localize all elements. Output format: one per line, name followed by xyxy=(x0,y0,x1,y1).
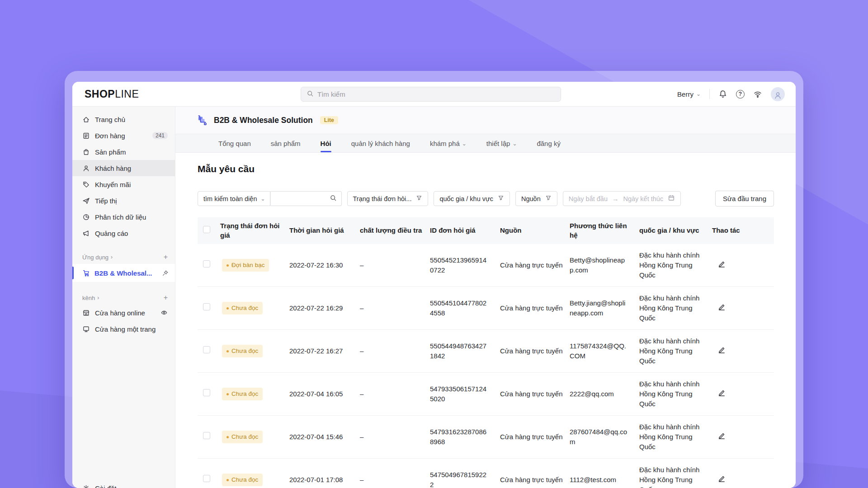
app-body: Trang chủ Đơn hàng 241 Sản phẩm xyxy=(72,107,796,488)
cell-quality: – xyxy=(360,389,430,399)
edit-icon[interactable] xyxy=(717,432,726,440)
table-row: Chưa đọc 2022-07-22 16:29 – 550545104477… xyxy=(198,287,774,330)
tab[interactable]: đăng ký ⌄ xyxy=(537,140,561,152)
global-search-input[interactable] xyxy=(317,90,555,98)
sidebar-item[interactable]: Phân tích dữ liệu xyxy=(72,209,175,225)
sidebar-item[interactable]: Đơn hàng 241 xyxy=(72,127,175,144)
status-badge: Chưa đọc xyxy=(222,474,263,486)
notifications-bell-icon[interactable] xyxy=(718,89,727,99)
tab[interactable]: khám phá ⌄ xyxy=(430,140,467,152)
sidebar-item[interactable]: Tiếp thị xyxy=(72,192,175,209)
date-start-placeholder: Ngày bắt đầu xyxy=(569,195,608,202)
cell-region: Đặc khu hành chính Hồng Kông Trung Quốc xyxy=(639,422,712,451)
cell-id: 5479335061571245020 xyxy=(430,384,500,404)
user-menu[interactable]: Berry ⌄ xyxy=(677,90,701,98)
sidebar-item-settings[interactable]: Cài đặt xyxy=(72,480,175,488)
row-checkbox-cell xyxy=(198,260,220,270)
cell-contact: Betty.jiang@shoplineapp.com xyxy=(570,298,639,318)
lite-badge: Lite xyxy=(320,116,338,124)
source-filter-label: Nguồn xyxy=(521,195,541,202)
cell-region: Đặc khu hành chính Hồng Kông Trung Quốc xyxy=(639,465,712,488)
app-title: B2B & Wholesale Solution xyxy=(214,116,313,125)
cell-quality: – xyxy=(360,303,430,313)
row-checkbox[interactable] xyxy=(203,389,210,396)
row-checkbox[interactable] xyxy=(203,432,210,439)
sidebar-item-channel[interactable]: Cửa hàng một trang xyxy=(72,321,175,337)
pin-icon[interactable] xyxy=(162,270,169,277)
sidebar-item-label: Tiếp thị xyxy=(95,197,117,205)
cell-time: 2022-07-04 16:05 xyxy=(289,389,360,399)
sidebar-item[interactable]: Quảng cáo xyxy=(72,225,175,241)
sidebar-item[interactable]: Trang chủ xyxy=(72,111,175,127)
tab[interactable]: thiết lập ⌄ xyxy=(486,140,517,152)
select-all-checkbox[interactable] xyxy=(203,226,210,233)
cell-source: Cửa hàng trực tuyến xyxy=(500,260,570,270)
row-checkbox[interactable] xyxy=(203,303,210,310)
status-filter-label: Trạng thái đơn hỏi... xyxy=(353,195,412,202)
tab-label: khám phá xyxy=(430,140,460,147)
status-dot xyxy=(226,436,229,438)
cell-quality: – xyxy=(360,260,430,270)
tab[interactable]: quản lý khách hàng ⌄ xyxy=(351,140,410,152)
sidebar-item[interactable]: Khuyến mãi xyxy=(72,176,175,192)
sidebar-item-label: Cài đặt xyxy=(95,484,117,488)
sidebar-item-label: Khách hàng xyxy=(95,164,131,172)
cell-time: 2022-07-22 16:29 xyxy=(289,303,360,313)
cell-id: 5479316232870868968 xyxy=(430,427,500,447)
sidebar-item-channel[interactable]: Cửa hàng online xyxy=(72,305,175,321)
region-filter-label: quốc gia / khu vực xyxy=(439,195,493,202)
ads-icon xyxy=(82,230,90,237)
tab[interactable]: sản phẩm ⌄ xyxy=(271,140,301,152)
global-search[interactable] xyxy=(301,87,561,102)
cart-icon xyxy=(82,269,90,277)
section-label: kênh xyxy=(82,295,95,301)
row-checkbox[interactable] xyxy=(203,346,210,353)
filter-search-input[interactable] xyxy=(275,195,327,202)
row-checkbox-cell xyxy=(198,346,220,356)
edit-icon[interactable] xyxy=(717,260,726,268)
sidebar-item-b2b-app[interactable]: B2B & Wholesal... xyxy=(72,264,175,282)
topbar-divider xyxy=(709,89,710,99)
search-category-select[interactable]: tìm kiếm toàn diện ⌄ xyxy=(198,191,270,206)
status-badge: Đợi bàn bạc xyxy=(222,259,269,272)
eye-icon[interactable] xyxy=(160,309,168,316)
logo-text-bold: SHOP xyxy=(85,88,115,100)
edit-icon[interactable] xyxy=(717,303,726,311)
table-row: Chưa đọc 2022-07-22 16:27 – 550544948763… xyxy=(198,330,774,373)
source-filter-button[interactable]: Nguồn xyxy=(515,191,557,206)
search-icon xyxy=(307,90,314,99)
date-range-picker[interactable]: Ngày bắt đầu → Ngày kết thúc xyxy=(563,191,681,206)
tab[interactable]: Hỏi ⌄ xyxy=(321,140,331,152)
status-label: Chưa đọc xyxy=(231,432,258,441)
product-icon xyxy=(82,148,90,156)
status-badge: Chưa đọc xyxy=(222,302,263,314)
region-filter-button[interactable]: quốc gia / khu vực xyxy=(434,191,510,206)
tab-label: Tổng quan xyxy=(218,140,251,147)
cell-time: 2022-07-04 15:46 xyxy=(289,432,360,442)
edit-icon[interactable] xyxy=(717,389,726,397)
network-status-icon[interactable] xyxy=(753,89,762,99)
chevron-right-icon: › xyxy=(97,295,99,300)
cell-time: 2022-07-01 17:08 xyxy=(289,475,360,485)
filter-search[interactable] xyxy=(270,191,342,206)
cell-contact: Betty@shoplineapp.com xyxy=(570,255,639,275)
edit-icon[interactable] xyxy=(717,346,726,354)
status-dot xyxy=(226,479,229,481)
sidebar-item[interactable]: Khách hàng xyxy=(72,160,175,176)
row-checkbox[interactable] xyxy=(203,260,210,267)
status-filter-button[interactable]: Trạng thái đơn hỏi... xyxy=(347,191,429,206)
sidebar-item[interactable]: Sản phẩm xyxy=(72,144,175,160)
row-checkbox[interactable] xyxy=(203,475,210,482)
help-icon[interactable]: ? xyxy=(736,90,745,99)
sidebar-section-apps: Ứng dụng › + xyxy=(72,250,175,264)
filter-funnel-icon xyxy=(545,195,552,202)
add-app-button[interactable]: + xyxy=(164,253,168,261)
cell-contact: 2222@qq.com xyxy=(570,389,639,399)
edit-icon[interactable] xyxy=(717,474,726,483)
add-channel-button[interactable]: + xyxy=(164,294,168,302)
edit-header-button[interactable]: Sửa đầu trang xyxy=(715,191,774,206)
app-header: B2B & Wholesale Solution Lite xyxy=(175,107,796,134)
tab[interactable]: Tổng quan ⌄ xyxy=(218,140,251,152)
avatar[interactable] xyxy=(771,87,785,101)
topbar: SHOPLINE Berry ⌄ ? xyxy=(72,82,796,107)
